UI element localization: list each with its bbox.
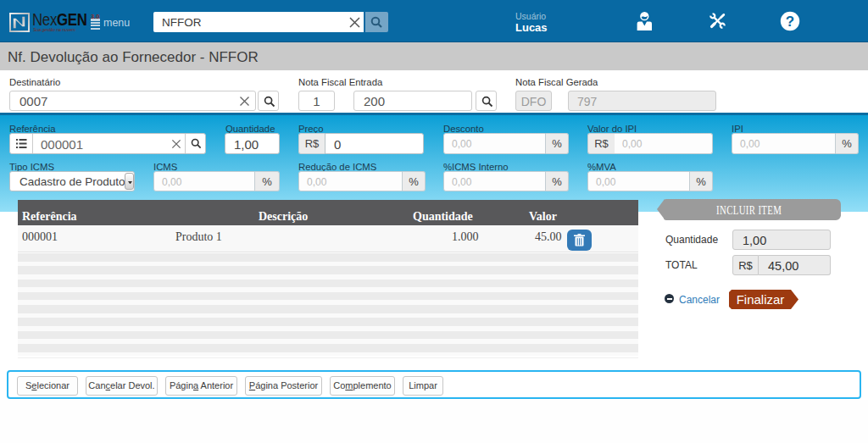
svg-text:?: ? <box>786 14 794 30</box>
